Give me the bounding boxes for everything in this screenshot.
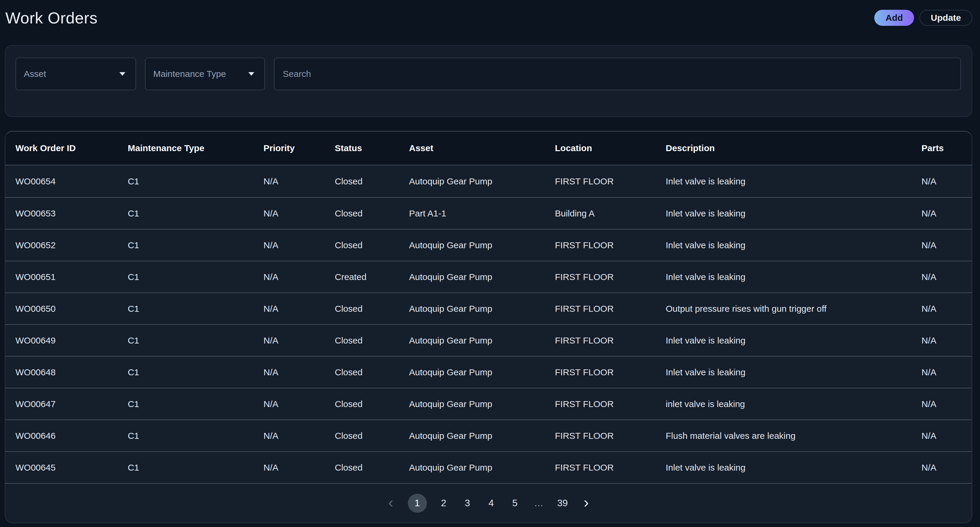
cell-description: Inlet valve is leaking (666, 367, 921, 377)
cell-status: Closed (335, 399, 409, 409)
cell-asset: Autoquip Gear Pump (409, 240, 555, 250)
page-title: Work Orders (5, 9, 98, 27)
page-button[interactable]: 4 (485, 494, 498, 513)
cell-asset: Autoquip Gear Pump (409, 367, 555, 377)
cell-work_order_id: WO00650 (16, 304, 128, 314)
page-button[interactable]: 39 (556, 494, 570, 513)
table-row[interactable]: WO00649C1N/AClosedAutoquip Gear PumpFIRS… (5, 324, 972, 356)
cell-priority: N/A (264, 240, 335, 250)
cell-asset: Autoquip Gear Pump (409, 399, 555, 409)
maintenance-type-select-label: Maintenance Type (153, 69, 226, 79)
cell-parts: N/A (921, 431, 972, 441)
chevron-down-icon (119, 72, 126, 76)
cell-parts: N/A (921, 304, 972, 314)
table-header-row: Work Order IDMaintenance TypePrioritySta… (5, 132, 972, 165)
update-button[interactable]: Update (920, 10, 972, 26)
cell-maintenance_type: C1 (128, 304, 264, 314)
top-bar: Work Orders Add Update (5, 4, 972, 32)
cell-location: FIRST FLOOR (555, 399, 666, 409)
cell-maintenance_type: C1 (128, 272, 264, 282)
cell-priority: N/A (264, 399, 335, 409)
cell-priority: N/A (264, 176, 335, 186)
cell-maintenance_type: C1 (128, 335, 264, 346)
cell-maintenance_type: C1 (128, 176, 264, 186)
work-orders-table: Work Order IDMaintenance TypePrioritySta… (5, 131, 972, 523)
cell-maintenance_type: C1 (128, 240, 264, 250)
cell-work_order_id: WO00648 (16, 367, 128, 377)
column-header-priority: Priority (264, 143, 335, 153)
chevron-down-icon (248, 72, 254, 76)
cell-asset: Autoquip Gear Pump (409, 431, 555, 441)
table-row[interactable]: WO00645C1N/AClosedAutoquip Gear PumpFIRS… (5, 451, 972, 483)
cell-status: Closed (335, 176, 409, 186)
asset-select[interactable]: Asset (16, 57, 136, 90)
cell-work_order_id: WO00646 (16, 431, 128, 441)
cell-location: FIRST FLOOR (555, 240, 666, 250)
table-row[interactable]: WO00654C1N/AClosedAutoquip Gear PumpFIRS… (5, 165, 972, 197)
search-input[interactable] (274, 57, 961, 90)
cell-status: Created (335, 272, 409, 282)
cell-location: FIRST FLOOR (555, 304, 666, 314)
table-row[interactable]: WO00648C1N/AClosedAutoquip Gear PumpFIRS… (5, 356, 972, 388)
column-header-work_order_id: Work Order ID (16, 143, 128, 153)
table-row[interactable]: WO00646C1N/AClosedAutoquip Gear PumpFIRS… (5, 419, 972, 451)
cell-description: Inlet valve is leaking (666, 240, 921, 250)
page-button[interactable]: 2 (437, 494, 451, 513)
cell-status: Closed (335, 304, 409, 314)
add-button[interactable]: Add (874, 10, 914, 26)
pagination: ‹ 12345…39 › (5, 483, 972, 522)
filter-panel: Asset Maintenance Type (5, 45, 972, 117)
cell-priority: N/A (264, 304, 335, 314)
table-row[interactable]: WO00647C1N/AClosedAutoquip Gear PumpFIRS… (5, 388, 972, 419)
cell-location: FIRST FLOOR (555, 335, 666, 346)
cell-work_order_id: WO00645 (16, 463, 128, 473)
cell-description: Inlet valve is leaking (666, 208, 921, 219)
table-body: WO00654C1N/AClosedAutoquip Gear PumpFIRS… (5, 165, 972, 483)
cell-parts: N/A (921, 176, 972, 186)
cell-parts: N/A (921, 335, 972, 346)
cell-description: Flush material valves are leaking (666, 431, 921, 441)
cell-status: Closed (335, 367, 409, 377)
cell-priority: N/A (264, 367, 335, 377)
table-row[interactable]: WO00650C1N/AClosedAutoquip Gear PumpFIRS… (5, 292, 972, 324)
work-orders-page: Work Orders Add Update Asset Maintenance… (0, 4, 980, 523)
cell-parts: N/A (921, 367, 972, 377)
cell-asset: Autoquip Gear Pump (409, 176, 555, 186)
page-button[interactable]: 5 (508, 494, 522, 513)
maintenance-type-select[interactable]: Maintenance Type (145, 57, 265, 90)
cell-description: inlet valve is leaking (666, 399, 921, 409)
cell-location: FIRST FLOOR (555, 431, 666, 441)
cell-priority: N/A (264, 431, 335, 441)
column-header-asset: Asset (409, 143, 555, 153)
column-header-status: Status (335, 143, 409, 153)
cell-location: Building A (555, 208, 666, 219)
column-header-location: Location (555, 143, 666, 153)
chevron-right-icon[interactable]: › (579, 494, 593, 513)
page-button[interactable]: 3 (461, 494, 474, 513)
cell-work_order_id: WO00652 (16, 240, 128, 250)
column-header-parts: Parts (921, 143, 972, 153)
table-row[interactable]: WO00652C1N/AClosedAutoquip Gear PumpFIRS… (5, 229, 972, 261)
cell-description: Inlet valve is leaking (666, 176, 921, 186)
page-button-active[interactable]: 1 (408, 494, 427, 513)
table-row[interactable]: WO00651C1N/ACreatedAutoquip Gear PumpFIR… (5, 261, 972, 292)
cell-location: FIRST FLOOR (555, 272, 666, 282)
chevron-left-icon[interactable]: ‹ (384, 494, 398, 513)
pagination-ellipsis: … (532, 494, 546, 513)
cell-priority: N/A (264, 272, 335, 282)
cell-parts: N/A (921, 463, 972, 473)
cell-work_order_id: WO00651 (16, 272, 128, 282)
asset-select-label: Asset (24, 69, 46, 79)
cell-location: FIRST FLOOR (555, 367, 666, 377)
cell-maintenance_type: C1 (128, 367, 264, 377)
cell-status: Closed (335, 335, 409, 346)
cell-status: Closed (335, 208, 409, 219)
cell-parts: N/A (921, 272, 972, 282)
cell-work_order_id: WO00653 (16, 208, 128, 219)
cell-description: Inlet valve is leaking (666, 272, 921, 282)
cell-status: Closed (335, 240, 409, 250)
table-row[interactable]: WO00653C1N/AClosedPart A1-1Building AInl… (5, 197, 972, 229)
cell-asset: Autoquip Gear Pump (409, 463, 555, 473)
cell-priority: N/A (264, 208, 335, 219)
cell-parts: N/A (921, 240, 972, 250)
